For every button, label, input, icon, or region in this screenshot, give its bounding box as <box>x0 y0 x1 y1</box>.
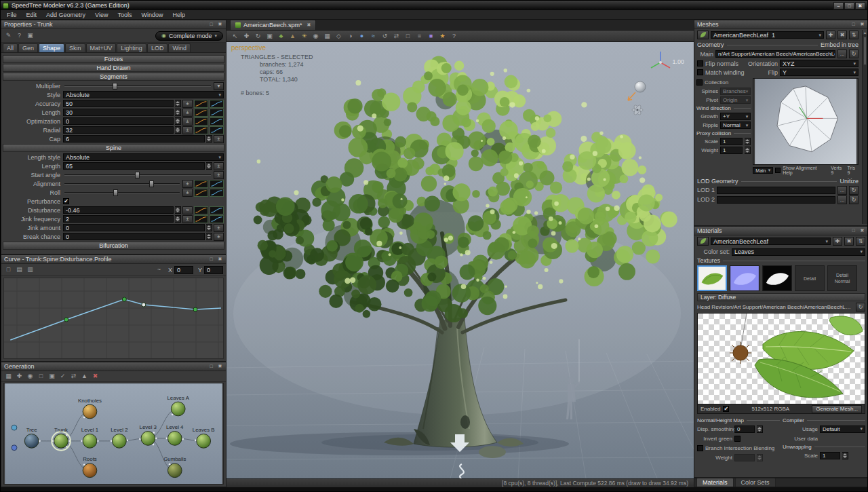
break-chance-spinner[interactable] <box>206 233 212 240</box>
section-hand-drawn[interactable]: Hand Drawn <box>3 64 224 72</box>
collection-checkbox[interactable] <box>696 79 703 86</box>
properties-panel-header[interactable]: Properties - Trunk □ ✖ <box>1 20 226 29</box>
radial-input[interactable]: 32 <box>63 126 174 134</box>
panel-close-icon[interactable]: ✖ <box>217 364 223 369</box>
unwrap-scale-spinner[interactable] <box>842 452 848 459</box>
jink-frequency-input[interactable]: 2 <box>63 215 174 223</box>
unwrap-scale-input[interactable]: 1 <box>820 452 840 459</box>
panel-float-icon[interactable]: □ <box>208 364 214 369</box>
alignment-parent-curve-button[interactable] <box>194 180 208 188</box>
length-spinner[interactable] <box>175 109 181 116</box>
panel-float-icon[interactable]: □ <box>850 228 856 233</box>
jink-frequency-profile-curve-button[interactable] <box>210 215 224 223</box>
flip-normals-checkbox[interactable] <box>697 60 703 67</box>
invert-green-checkbox[interactable] <box>734 436 741 442</box>
tab-mat-uv[interactable]: Mat+UV <box>86 43 117 52</box>
usage-select[interactable]: Default▾ <box>820 425 865 433</box>
tab-materials[interactable]: Materials <box>696 478 734 487</box>
start-angle-slider-handle[interactable] <box>135 172 140 178</box>
stats-toggle-icon[interactable]: ≡ <box>415 32 424 41</box>
swap-view-icon[interactable]: ⇄ <box>392 32 401 41</box>
menu-window[interactable]: Window <box>136 12 167 18</box>
style-select[interactable]: Absolute▾ <box>63 91 224 98</box>
spines-select[interactable]: Branches▾ <box>720 88 751 95</box>
ripple-select[interactable]: Normal▾ <box>720 121 751 129</box>
mesh-leaf-icon[interactable] <box>697 31 709 39</box>
enabled-checkbox[interactable]: ✔ <box>723 406 729 412</box>
wireframe-toggle-icon[interactable]: ◇ <box>334 32 343 41</box>
perturbance-checkbox[interactable]: ✔ <box>63 198 69 204</box>
alignment-slider[interactable] <box>63 180 181 188</box>
menu-add-geometry[interactable]: Add Geometry <box>41 12 90 18</box>
translate-tool-icon[interactable]: ✚ <box>242 32 251 41</box>
curve-sample-icon[interactable]: ~ <box>155 265 163 274</box>
start-angle-slider[interactable] <box>63 171 212 179</box>
accuracy-spinner[interactable] <box>175 100 181 107</box>
scrollbar-thumb[interactable] <box>863 37 867 65</box>
focus-selection-icon[interactable]: ◉ <box>311 32 320 41</box>
break-chance-plusminus-button[interactable]: ± <box>214 233 224 241</box>
embed-in-tree-label[interactable]: Embed in tree <box>821 41 859 48</box>
curve-graph[interactable] <box>3 278 224 359</box>
lod2-path-input[interactable] <box>717 196 835 204</box>
material-select[interactable]: AmericanBeechLeaf▾ <box>711 238 831 245</box>
gen-side-node-b[interactable] <box>12 445 17 451</box>
tab-lighting[interactable]: Lighting <box>117 43 146 52</box>
cap-spinner[interactable] <box>206 135 212 143</box>
section-forces[interactable]: Forces <box>3 55 224 63</box>
minimize-button[interactable]: – <box>833 2 844 10</box>
jink-frequency-plusminus-button[interactable]: ± <box>182 215 193 223</box>
show-lights-icon[interactable]: ☀ <box>300 32 309 41</box>
viewport-help-icon[interactable]: ? <box>450 32 458 41</box>
document-tab[interactable]: AmericanBeech.spm* ✖ <box>230 20 316 30</box>
add-material-button[interactable]: ✚ <box>833 237 842 246</box>
accuracy-input[interactable]: 50 <box>63 100 174 107</box>
panel-close-icon[interactable]: ✖ <box>217 22 223 27</box>
pin-icon[interactable]: ▣ <box>26 31 35 40</box>
gen-focus-icon[interactable]: ◉ <box>26 372 35 381</box>
mesh-select[interactable]: AmericanBeechLeaf_1▾ <box>711 31 824 39</box>
mesh-preview[interactable] <box>753 78 859 165</box>
radial-spinner[interactable] <box>175 126 181 134</box>
lod2-browse-button[interactable]: ... <box>837 195 847 204</box>
screenshot-icon[interactable]: ■ <box>427 32 435 41</box>
unitize-label[interactable]: Unitize <box>840 178 859 185</box>
scroll-up-icon[interactable]: ▲ <box>863 30 867 35</box>
gen-validate-icon[interactable]: ✓ <box>58 372 67 381</box>
multiplier-slider[interactable] <box>63 82 212 90</box>
meshes-scrollbar[interactable]: ▲ <box>862 30 867 224</box>
tab-lod[interactable]: LOD <box>147 43 168 52</box>
length-plusminus-button[interactable]: ± <box>214 162 224 170</box>
multiplier-dropdown-button[interactable]: ▾ <box>214 82 224 90</box>
roll-parent-curve-button[interactable] <box>194 189 208 197</box>
mesh-weight-spinner[interactable] <box>745 147 751 154</box>
orientation-select[interactable]: XYZ▾ <box>780 60 859 67</box>
alpha-texture-thumbnail[interactable] <box>762 265 792 291</box>
jink-frequency-parent-curve-button[interactable] <box>194 215 208 223</box>
growth-select[interactable]: +Y▾ <box>720 113 751 120</box>
curve-mode-smooth-icon[interactable]: ▤ <box>15 265 24 274</box>
tab-gen[interactable]: Gen <box>18 43 38 52</box>
show-leaves-icon[interactable]: ♣ <box>277 32 285 41</box>
tab-color-sets[interactable]: Color Sets <box>735 478 776 487</box>
shaded-toggle-icon[interactable]: ◑ <box>346 32 355 41</box>
length-style-select[interactable]: Absolute▾ <box>63 153 224 161</box>
texture-preview[interactable] <box>698 314 865 404</box>
tab-skin[interactable]: Skin <box>65 43 85 52</box>
gen-node-tree[interactable]: Tree <box>24 427 39 448</box>
gen-delete-icon[interactable]: ✖ <box>91 372 100 381</box>
generate-mesh-button[interactable]: Generate Mesh... <box>812 405 862 413</box>
curve-panel-header[interactable]: Curve - Trunk:Spine:Disturbance.Profile … <box>1 255 226 264</box>
browse-obj-button[interactable]: ... <box>837 50 847 58</box>
gen-box-select-icon[interactable]: □ <box>37 372 45 381</box>
gen-node-roots[interactable]: Roots <box>83 456 97 477</box>
reload-obj-icon[interactable]: ↻ <box>849 50 859 58</box>
optimization-profile-curve-button[interactable] <box>210 117 224 126</box>
disp-smoothing-input[interactable]: 0 <box>734 425 755 433</box>
alignment-slider-handle[interactable] <box>149 181 154 187</box>
materials-panel-header[interactable]: Materials □ ✖ <box>694 227 868 235</box>
generation-node-graph[interactable]: TreeTrunkLevel 1Level 2Level 3Level 4Lea… <box>3 383 224 485</box>
gen-layout-icon[interactable]: ▦ <box>4 372 13 381</box>
generation-panel-header[interactable]: Generation □ ✖ <box>1 362 226 371</box>
edit-tool-icon[interactable]: ✎ <box>4 31 13 40</box>
